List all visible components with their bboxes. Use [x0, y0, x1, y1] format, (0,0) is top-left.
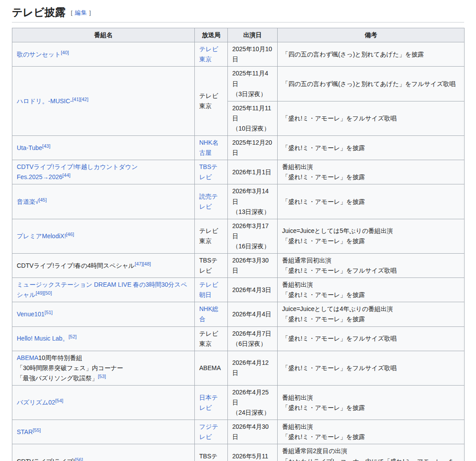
reference-link[interactable]: [43]	[42, 143, 50, 149]
station-link[interactable]: テレビ東京	[199, 45, 218, 63]
reference-link[interactable]: [53]	[98, 374, 106, 379]
notes-cell: 番組初出演「盛れ!ミ・アモーレ」を披露	[278, 278, 465, 302]
page-title: テレビ披露	[12, 6, 66, 18]
program-cell: プレミアMelodiX![46]	[12, 219, 195, 253]
reference: [45]	[39, 197, 47, 202]
date-cell: 2025年12月20日	[228, 136, 278, 160]
notes-cell: 番組初出演「盛れ!ミ・アモーレ」を披露	[278, 386, 465, 420]
reference: [52]	[69, 334, 77, 339]
reference: [41]	[72, 97, 80, 102]
program-link[interactable]: Uta-Tube	[17, 144, 42, 151]
program-text: 10周年特別番組	[38, 354, 82, 361]
notes-cell: 「盛れ!ミ・アモーレ」をフルサイズ歌唱	[278, 326, 465, 351]
table-row: ミュージックステーション DREAM LIVE 春の3時間30分スペシャル[49…	[12, 278, 465, 302]
reference: [53]	[98, 374, 106, 379]
station-text: TBSテレビ	[199, 453, 218, 461]
table-row: Uta-Tube[43]NHK名古屋2025年12月20日「盛れ!ミ・アモーレ」…	[12, 136, 465, 160]
date-cell: 2025年11月4日（3日深夜）	[228, 67, 278, 101]
station-cell: フジテレビ	[195, 420, 228, 444]
reference: [50]	[44, 290, 52, 296]
notes-cell: 番組初出演「盛れ!ミ・アモーレ」を披露	[278, 160, 465, 184]
program-link[interactable]: バズリズム02	[17, 399, 55, 406]
edit-link[interactable]: 編集	[75, 9, 87, 16]
notes-cell: 「盛れ!ミ・アモーレ」をフルサイズ歌唱	[278, 101, 465, 135]
tv-appearances-table: 番組名 放送局 出演日 備考 歌のサンセット[40]テレビ東京2025年10月1…	[12, 28, 465, 461]
station-cell: テレビ東京	[195, 219, 228, 253]
station-cell: テレビ朝日	[195, 278, 228, 302]
program-cell: Hello! Music Lab。[52]	[12, 326, 195, 351]
reference-link[interactable]: [56]	[75, 457, 83, 461]
reference-link[interactable]: [49]	[36, 290, 44, 296]
reference: [42]	[80, 97, 88, 102]
program-link[interactable]: CDTVライブ!ライブ!年越しカウントダウンFes.2025→2026	[17, 163, 138, 180]
program-link[interactable]: ハロドリ。-MUSIC-	[17, 97, 72, 105]
table-row: CDTVライブ!ライブ!年越しカウントダウンFes.2025→2026[44]T…	[12, 160, 465, 184]
reference-link[interactable]: [55]	[33, 427, 41, 433]
edit-bracket-open: [	[71, 9, 73, 16]
reference-link[interactable]: [42]	[80, 97, 88, 102]
program-link[interactable]: ABEMA	[17, 354, 38, 361]
reference: [55]	[33, 427, 41, 433]
reference: [43]	[42, 143, 50, 149]
program-cell: 音道楽√[45]	[12, 184, 195, 219]
date-cell: 2026年4月30日	[228, 420, 278, 444]
program-cell: ハロドリ。-MUSIC-[41][42]	[12, 67, 195, 136]
program-text: CDTVライブ!ライブ!	[17, 458, 75, 461]
date-cell: 2026年4月25日（24日深夜）	[228, 386, 278, 420]
notes-cell: 「盛れ!ミ・アモーレ」を披露	[278, 184, 465, 219]
program-cell: Venue101[51]	[12, 302, 195, 326]
table-body: 歌のサンセット[40]テレビ東京2025年10月10日「四の五の言わず颯(さっ)…	[12, 42, 465, 461]
reference: [48]	[143, 261, 151, 266]
station-text: テレビ東京	[199, 92, 218, 109]
program-link[interactable]: Venue101	[17, 311, 45, 318]
program-text: CDTVライブ!ライブ!春の4時間スペシャル	[17, 262, 135, 269]
program-cell: CDTVライブ!ライブ!年越しカウントダウンFes.2025→2026[44]	[12, 160, 195, 184]
table-row: バズリズム02[54]日本テレビ2026年4月25日（24日深夜）番組初出演「盛…	[12, 386, 465, 420]
article-section: テレビ披露[ 編集 ] 番組名 放送局 出演日 備考 歌のサンセット[40]テレ…	[0, 0, 476, 461]
station-text: TBSテレビ	[199, 257, 218, 274]
program-link[interactable]: STAR	[17, 428, 33, 435]
program-link[interactable]: 歌のサンセット	[17, 51, 61, 58]
column-header-station: 放送局	[195, 28, 228, 42]
station-link[interactable]: NHK総合	[199, 305, 219, 322]
reference: [54]	[55, 398, 63, 403]
reference-link[interactable]: [44]	[63, 172, 71, 178]
station-link[interactable]: NHK名古屋	[199, 139, 219, 156]
reference-link[interactable]: [54]	[55, 398, 63, 403]
program-link[interactable]: Hello! Music Lab。	[17, 335, 69, 342]
reference-link[interactable]: [40]	[61, 50, 69, 55]
program-cell: ミュージックステーション DREAM LIVE 春の3時間30分スペシャル[49…	[12, 278, 195, 302]
column-header-date: 出演日	[228, 28, 278, 42]
station-link[interactable]: フジテレビ	[199, 423, 218, 440]
reference-link[interactable]: [51]	[45, 310, 52, 315]
program-cell: バズリズム02[54]	[12, 386, 195, 420]
notes-cell: 番組通常回初出演「盛れ!ミ・アモーレ」をフルサイズ歌唱	[278, 253, 465, 277]
table-row: ハロドリ。-MUSIC-[41][42]テレビ東京2025年11月4日（3日深夜…	[12, 67, 465, 101]
station-cell: テレビ東京	[195, 42, 228, 67]
reference-link[interactable]: [46]	[66, 232, 74, 237]
station-link[interactable]: テレビ朝日	[199, 281, 218, 298]
reference-link[interactable]: [50]	[44, 290, 52, 296]
reference-link[interactable]: [45]	[39, 197, 47, 202]
program-link[interactable]: プレミアMelodiX!	[17, 232, 66, 240]
table-row: 音道楽√[45]読売テレビ2026年3月14日（13日深夜）「盛れ!ミ・アモーレ…	[12, 184, 465, 219]
reference-link[interactable]: [48]	[143, 261, 151, 266]
reference: [46]	[66, 232, 74, 237]
reference-link[interactable]: [52]	[69, 334, 77, 339]
station-cell: 日本テレビ	[195, 386, 228, 420]
reference: [44]	[63, 172, 71, 178]
program-link[interactable]: ミュージックステーション DREAM LIVE 春の3時間30分スペシャル	[17, 281, 187, 298]
notes-cell: 「四の五の言わず颯(さっ)と別れてあげた」を披露	[278, 42, 465, 67]
program-cell: CDTVライブ!ライブ!春の4時間スペシャル[47][48]	[12, 253, 195, 277]
column-header-program: 番組名	[12, 28, 195, 42]
station-link[interactable]: 日本テレビ	[199, 394, 218, 411]
reference-link[interactable]: [41]	[72, 97, 80, 102]
station-link[interactable]: TBSテレビ	[199, 163, 218, 180]
program-cell: CDTVライブ!ライブ![56]	[12, 444, 195, 461]
station-text: ABEMA	[199, 364, 221, 371]
edit-bracket-close: ]	[89, 9, 92, 16]
program-link[interactable]: 音道楽√	[17, 198, 39, 205]
station-link[interactable]: 読売テレビ	[199, 193, 218, 210]
reference-link[interactable]: [47]	[135, 261, 143, 266]
station-cell: ABEMA	[195, 351, 228, 385]
